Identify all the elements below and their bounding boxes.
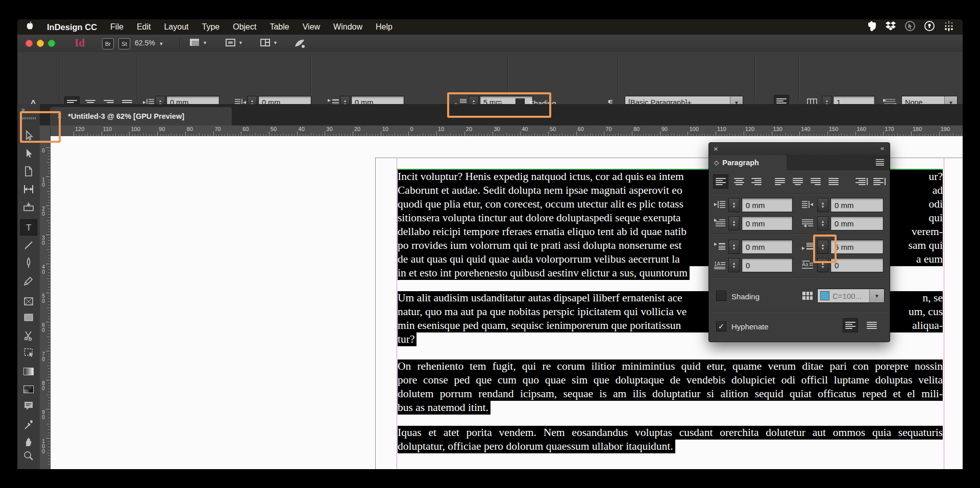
margin-guide-left[interactable]	[397, 158, 397, 469]
onepassword-icon[interactable]	[924, 20, 935, 34]
stepper-down-icon[interactable]: ▼	[732, 223, 736, 227]
bridge-button[interactable]: Br	[102, 38, 114, 49]
screen-mode-button[interactable]: ▼	[225, 38, 243, 48]
panel-justify-all-button[interactable]	[826, 174, 841, 189]
free-transform-tool[interactable]	[20, 344, 37, 361]
panel-align-right-button[interactable]	[749, 174, 764, 189]
dots-grid-icon[interactable]	[943, 20, 955, 34]
publish-feather-icon[interactable]	[293, 38, 306, 49]
dropbox-icon[interactable]	[885, 21, 896, 33]
panel-swatch-grid-icon[interactable]	[802, 291, 813, 301]
stepper-down-icon[interactable]: ▼	[732, 265, 736, 269]
rectangle-tool[interactable]	[20, 310, 37, 326]
panel-drop-cap-chars-field[interactable]: 0	[830, 258, 884, 272]
ruler-corner[interactable]	[40, 125, 51, 137]
stepper-up-icon[interactable]: ▲	[344, 99, 347, 102]
eyedropper-tool[interactable]	[20, 417, 37, 433]
panel-shading-color-select[interactable]: C=100... ▼	[817, 289, 885, 303]
menu-item-object[interactable]: Object	[226, 22, 263, 32]
menu-item-view[interactable]: View	[296, 22, 327, 32]
apple-menu-icon[interactable]	[17, 21, 40, 33]
menu-item-help[interactable]: Help	[369, 22, 399, 32]
vertical-ruler[interactable]: 0102030405060708090100	[40, 136, 51, 469]
panel-first-line-indent-stepper[interactable]: ▲▼	[728, 216, 740, 230]
zoom-level-select[interactable]: 62.5% ▼	[135, 39, 163, 47]
toolbar-expand-chevrons[interactable]: »	[21, 106, 26, 113]
panel-space-after-stepper[interactable]: ▲▼	[817, 240, 828, 254]
gap-tool[interactable]	[20, 181, 37, 197]
zoom-tool[interactable]	[20, 448, 37, 464]
stepper-up-icon[interactable]: ▲	[159, 99, 162, 102]
document-tab[interactable]: × *Untitled-3 @ 62% [GPU Preview]	[50, 107, 232, 125]
menu-item-type[interactable]: Type	[195, 22, 227, 32]
panel-tab-cycle-icon[interactable]: ◇	[714, 159, 719, 166]
direct-selection-tool[interactable]	[20, 145, 37, 162]
panel-justify-center-button[interactable]	[790, 174, 805, 189]
menu-item-window[interactable]: Window	[327, 22, 369, 32]
close-tab-icon[interactable]: ×	[50, 112, 68, 121]
menu-item-table[interactable]: Table	[263, 22, 296, 32]
panel-last-line-indent-stepper[interactable]: ▲▼	[817, 216, 828, 230]
panel-align-spine-button[interactable]	[854, 174, 869, 189]
panel-align-center-button[interactable]	[731, 174, 747, 189]
panel-menu-icon[interactable]	[875, 159, 885, 168]
toolbar-grip[interactable]	[20, 117, 36, 119]
stepper-down-icon[interactable]: ▼	[821, 223, 824, 227]
evernote-icon[interactable]	[867, 20, 877, 34]
page-tool[interactable]	[20, 163, 37, 179]
panel-justify-right-button[interactable]	[808, 174, 823, 189]
panel-align-away-spine-button[interactable]	[872, 174, 887, 189]
panel-drop-cap-chars-stepper[interactable]: ▲▼	[817, 258, 828, 272]
panel-drop-cap-lines-field[interactable]: 0	[742, 258, 793, 272]
panel-drop-cap-lines-stepper[interactable]: ▲▼	[728, 258, 740, 272]
frame-tool[interactable]	[20, 293, 37, 310]
paragraph-direction-ltr-button[interactable]	[843, 318, 858, 332]
panel-collapse-icon[interactable]: «	[880, 145, 885, 152]
pen-tool[interactable]	[20, 255, 37, 271]
panel-right-indent-stepper[interactable]: ▲▼	[817, 198, 828, 212]
menu-item-layout[interactable]: Layout	[157, 22, 195, 32]
horizontal-ruler[interactable]: 1201101009080706050403020100102030405060…	[50, 125, 963, 137]
zoom-window-button[interactable]	[48, 40, 55, 47]
content-collector-tool[interactable]	[20, 199, 37, 215]
gradient-feather-tool[interactable]	[20, 381, 37, 397]
stepper-down-icon[interactable]: ▼	[821, 205, 824, 209]
panel-justify-left-button[interactable]	[772, 174, 788, 189]
panel-last-line-indent-field[interactable]: 0 mm	[830, 216, 884, 230]
panel-first-line-indent-field[interactable]: 0 mm	[742, 216, 793, 230]
margin-guide-right[interactable]	[944, 158, 944, 469]
panel-tab-paragraph[interactable]: ◇ Paragraph	[709, 155, 787, 170]
pointer-circle-icon[interactable]	[904, 20, 916, 34]
selection-tool[interactable]	[20, 127, 37, 144]
type-tool[interactable]: T	[20, 219, 37, 236]
panel-shading-checkbox[interactable]	[716, 291, 726, 301]
arrange-documents-button[interactable]: ▼	[259, 38, 278, 48]
panel-close-icon[interactable]: ×	[714, 144, 718, 153]
scissors-tool[interactable]	[20, 327, 37, 344]
stock-button[interactable]: St	[118, 38, 130, 49]
stepper-up-icon[interactable]: ▲	[472, 99, 476, 102]
note-tool[interactable]	[20, 398, 37, 414]
panel-left-indent-stepper[interactable]: ▲▼	[728, 198, 740, 212]
paragraph-direction-rtl-button[interactable]	[864, 318, 879, 332]
panel-hyphenate-checkbox[interactable]: ✓	[716, 321, 726, 331]
stepper-down-icon[interactable]: ▼	[821, 265, 824, 269]
pencil-tool[interactable]	[20, 273, 37, 289]
stepper-up-icon[interactable]: ▲	[251, 99, 254, 102]
minimize-window-button[interactable]	[37, 40, 44, 47]
paragraph-3[interactable]: On reheniento tem fugit, qui re corum il…	[398, 359, 943, 415]
menu-item-edit[interactable]: Edit	[130, 22, 158, 32]
stepper-down-icon[interactable]: ▼	[821, 247, 824, 251]
stepper-down-icon[interactable]: ▼	[732, 247, 736, 251]
stepper-up-icon[interactable]: ▲	[825, 99, 829, 102]
panel-space-before-field[interactable]: 0 mm	[742, 240, 793, 254]
line-tool[interactable]	[20, 237, 37, 253]
panel-right-indent-field[interactable]: 0 mm	[830, 198, 884, 212]
menu-item-file[interactable]: File	[104, 22, 130, 32]
panel-align-left-button[interactable]	[713, 174, 728, 189]
view-options-button[interactable]: ▼	[189, 38, 207, 48]
panel-space-before-stepper[interactable]: ▲▼	[728, 240, 740, 254]
stepper-down-icon[interactable]: ▼	[732, 205, 736, 209]
menu-item-indesign-cc[interactable]: InDesign CC	[40, 22, 104, 32]
gradient-tool[interactable]	[20, 363, 37, 379]
